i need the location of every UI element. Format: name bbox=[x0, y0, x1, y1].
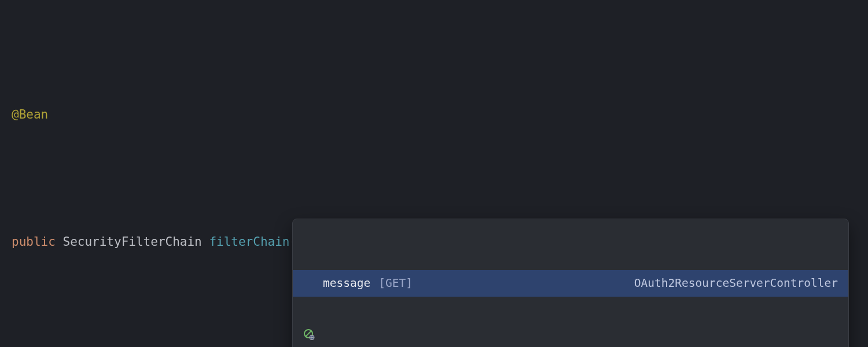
completion-item-tail: OAuth2ResourceServerController bbox=[634, 271, 838, 296]
code-editor[interactable]: @Bean public SecurityFilterChain filterC… bbox=[0, 0, 868, 347]
annotation: @Bean bbox=[12, 108, 48, 121]
code-line[interactable]: @Bean bbox=[12, 102, 868, 127]
completion-item-name: message bbox=[323, 271, 370, 296]
completion-popup[interactable]: message [GET] OAuth2ResourceServerContro… bbox=[292, 219, 849, 347]
method-name: filterChain bbox=[209, 235, 289, 249]
completion-item-meta: [GET] bbox=[378, 271, 413, 296]
kw-public: public bbox=[12, 235, 56, 249]
type-name: SecurityFilterChain bbox=[63, 235, 202, 249]
completion-item[interactable]: message [GET] OAuth2ResourceServerContro… bbox=[293, 270, 848, 297]
endpoint-icon bbox=[303, 278, 315, 289]
